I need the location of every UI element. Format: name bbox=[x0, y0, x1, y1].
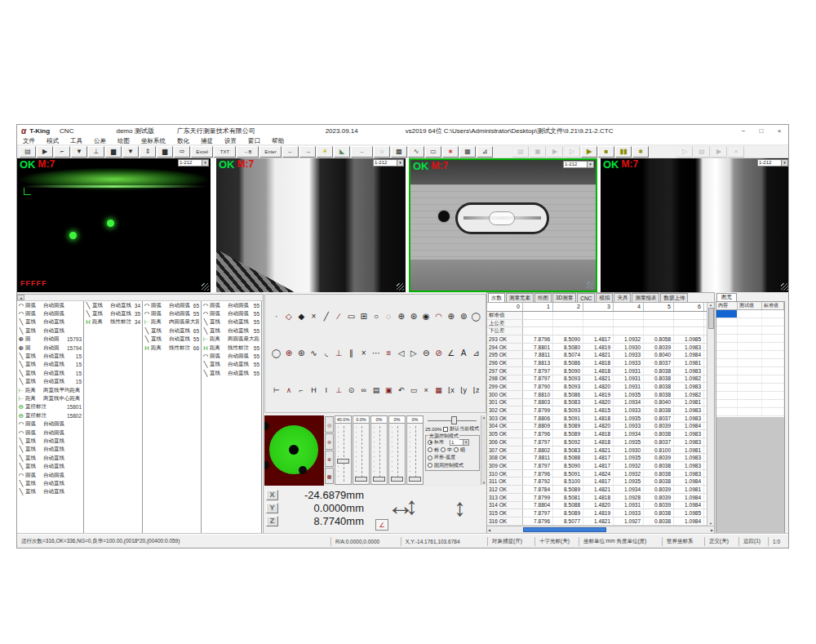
feature-item[interactable]: Η距离线性标注66 bbox=[143, 344, 201, 352]
channel-slider[interactable] bbox=[335, 424, 352, 485]
element-row[interactable] bbox=[716, 392, 784, 400]
menu-item-3[interactable]: 工具 bbox=[64, 137, 88, 145]
element-row[interactable] bbox=[716, 335, 784, 343]
feature-item[interactable]: ╲直线自动直线15 bbox=[17, 378, 83, 386]
toolbar-button-forward[interactable]: → bbox=[299, 146, 316, 158]
tool-icon[interactable]: ◇ bbox=[282, 312, 295, 321]
table-row[interactable]: 293 OK7.87968.50901.48171.09320.80581.09… bbox=[487, 335, 707, 344]
tool-icon[interactable]: ▤ bbox=[370, 386, 382, 394]
feature-item[interactable]: ⊢距离两直线中心距离 bbox=[17, 394, 83, 402]
radio-standard[interactable] bbox=[428, 440, 432, 445]
feature-item[interactable]: ◠圆弧自动圆弧55 bbox=[143, 309, 201, 318]
feature-item[interactable]: ╲直线自动直线 bbox=[17, 479, 83, 487]
tool-icon[interactable]: Η bbox=[308, 386, 320, 394]
tool-icon[interactable]: ⊕ bbox=[282, 349, 295, 358]
table-row[interactable]: 315 OK7.87978.50891.48191.09330.80381.09… bbox=[487, 509, 707, 517]
feature-item[interactable]: ◠圆弧自动圆弧55 bbox=[202, 309, 261, 318]
tool-icon[interactable]: ∠ bbox=[445, 349, 457, 358]
z-jog-icon[interactable]: ↕ bbox=[454, 493, 466, 522]
results-tab-6[interactable]: 模拟 bbox=[596, 293, 613, 302]
menu-item-10[interactable]: 窗口 bbox=[242, 137, 266, 145]
scroll-track[interactable] bbox=[24, 295, 263, 300]
tool-icon[interactable]: ▦ bbox=[432, 386, 445, 394]
toolbar-button-export-txt[interactable]: TXT bbox=[214, 146, 236, 158]
feature-item[interactable]: ◠圆弧自动圆弧 bbox=[17, 301, 83, 309]
camera-view-1[interactable]: FFFFF OK M:7 1-212▾ bbox=[17, 158, 211, 292]
menu-item-4[interactable]: 公差 bbox=[88, 137, 112, 145]
toolbar-button-run[interactable]: ∗ bbox=[632, 146, 649, 158]
results-tab-1[interactable]: 次数 bbox=[488, 293, 505, 302]
camera-3-resize-grip[interactable] bbox=[587, 282, 594, 289]
toolbar-button-shield-b[interactable]: ▼ bbox=[122, 146, 139, 158]
tool-icon[interactable]: ∞ bbox=[357, 386, 370, 394]
results-tab-7[interactable]: 夹具 bbox=[614, 293, 631, 302]
toolbar-button-play-end[interactable]: ▶ bbox=[581, 146, 597, 158]
tool-icon[interactable]: ◆ bbox=[295, 312, 308, 321]
camera-4-range-dropdown[interactable]: 1-212▾ bbox=[757, 159, 788, 167]
light-ring-button-4[interactable]: ▩ bbox=[325, 468, 334, 484]
feature-item[interactable]: ⊢距离内圆弧最大距 bbox=[143, 318, 201, 326]
toolbar-button-shield[interactable]: ▼ bbox=[71, 146, 87, 158]
channel-slider-thumb[interactable] bbox=[355, 477, 367, 482]
toolbar-button-curve[interactable]: ∿ bbox=[408, 146, 424, 158]
tool-icon[interactable]: · bbox=[270, 312, 282, 321]
feature-item[interactable]: ⊢距离两直线平均距离 bbox=[17, 386, 83, 394]
channel-slider[interactable] bbox=[388, 424, 406, 485]
toolbar-button-blank[interactable]: ▭ bbox=[425, 146, 441, 158]
tool-icon[interactable]: ∕ bbox=[332, 312, 344, 321]
vscroll-thumb[interactable] bbox=[708, 308, 714, 329]
menu-item-2[interactable]: 模式 bbox=[41, 137, 64, 145]
feature-item[interactable]: ◠圆弧自动圆弧65 bbox=[143, 301, 201, 309]
tool-icon[interactable]: ◯ bbox=[270, 349, 282, 358]
feature-item[interactable]: ╲直线自动直线35 bbox=[84, 309, 142, 318]
results-tab-9[interactable]: 数据上传 bbox=[660, 293, 688, 302]
toolbar-button-light[interactable]: ☀ bbox=[317, 146, 333, 158]
feature-item[interactable]: ╲直线自动直线 bbox=[17, 326, 83, 335]
table-row[interactable]: 301 OK7.88038.50831.48201.09340.80401.09… bbox=[487, 399, 707, 407]
feature-item[interactable]: ◠圆弧自动圆弧 bbox=[17, 420, 83, 428]
default-mode-checkbox[interactable] bbox=[443, 427, 448, 432]
light-ring-button-3[interactable]: ⊕ bbox=[325, 451, 334, 467]
table-row[interactable]: 308 OK7.88118.50881.48171.09350.80391.09… bbox=[487, 454, 707, 462]
table-row[interactable]: 311 OK7.87928.51001.48171.09350.80381.09… bbox=[487, 477, 707, 486]
feature-item[interactable]: ╲直线自动直线15 bbox=[17, 352, 83, 360]
feature-item[interactable]: ⊕圆自动圆15793 bbox=[17, 335, 83, 344]
tool-icon[interactable]: ⌊x bbox=[445, 386, 457, 394]
element-row[interactable] bbox=[716, 400, 784, 408]
toolbar-button-stage-a[interactable]: ▆ bbox=[105, 146, 122, 158]
camera-3-range-dropdown[interactable]: 1-212▾ bbox=[563, 161, 594, 168]
element-row[interactable] bbox=[716, 310, 784, 318]
toolbar-button-mark[interactable]: ∗ bbox=[442, 146, 459, 158]
table-row[interactable]: 312 OK7.87848.50891.48211.09340.80391.09… bbox=[487, 486, 707, 494]
results-tab-2[interactable]: 测量元素 bbox=[506, 293, 534, 302]
tool-icon[interactable]: ⊜ bbox=[457, 312, 469, 321]
tool-icon[interactable]: ▭ bbox=[407, 386, 419, 394]
tool-icon[interactable]: ▣ bbox=[383, 386, 395, 394]
table-row[interactable]: 304 OK7.88098.50891.48201.09330.80391.09… bbox=[487, 423, 707, 431]
light-ring-button-2[interactable]: ⊚ bbox=[325, 433, 334, 450]
table-hscrollbar[interactable]: ◀ ▶ bbox=[487, 526, 714, 533]
toolbar-button-move[interactable]: ⇨ bbox=[174, 146, 190, 158]
element-row[interactable] bbox=[716, 408, 784, 416]
channel-slider-thumb[interactable] bbox=[373, 477, 385, 482]
scroll-left-icon[interactable]: ◂ bbox=[17, 295, 24, 300]
tool-icon[interactable]: ▷ bbox=[407, 349, 419, 358]
element-row[interactable] bbox=[716, 343, 784, 351]
table-row[interactable]: 306 OK7.87978.50921.48181.09350.80371.09… bbox=[487, 438, 707, 446]
table-vscrollbar[interactable]: ▲ ▼ bbox=[707, 303, 714, 526]
feature-item[interactable]: ╲直线自动直线 bbox=[17, 446, 83, 454]
tool-icon[interactable]: ∧ bbox=[282, 386, 295, 394]
feature-item[interactable]: ⊢距离两圆弧最大距 bbox=[202, 335, 261, 344]
light-ring-button-1[interactable]: ◎ bbox=[325, 416, 334, 433]
tool-icon[interactable]: A bbox=[457, 349, 469, 358]
tool-icon[interactable]: ⊘ bbox=[432, 349, 445, 358]
feature-item[interactable]: ╲直线自动直线15 bbox=[17, 361, 83, 369]
menu-item-9[interactable]: 设置 bbox=[219, 137, 242, 145]
table-row[interactable]: 300 OK7.88108.50861.48191.09350.80381.09… bbox=[487, 391, 707, 399]
camera-4-resize-grip[interactable] bbox=[781, 283, 788, 291]
toolbar-button-zoom[interactable]: ◌ bbox=[374, 146, 390, 158]
slider-thumb[interactable] bbox=[451, 416, 457, 424]
tool-icon[interactable]: ⊥ bbox=[332, 349, 344, 358]
table-row[interactable]: 302 OK7.87998.50931.48151.09330.80381.09… bbox=[487, 406, 707, 415]
options-scrollbar[interactable]: ▲▼ bbox=[481, 415, 486, 485]
